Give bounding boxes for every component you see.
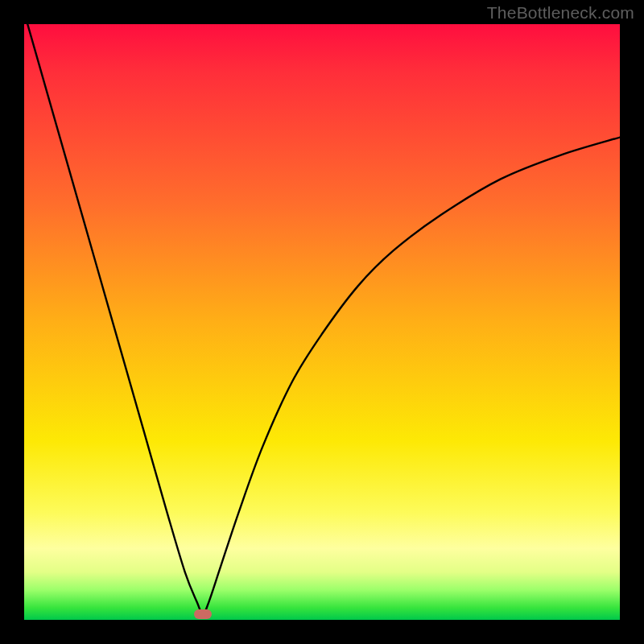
bottleneck-curve (24, 24, 620, 620)
chart-area (24, 24, 620, 620)
watermark-text: TheBottleneck.com (487, 3, 634, 23)
optimal-marker (194, 609, 212, 619)
